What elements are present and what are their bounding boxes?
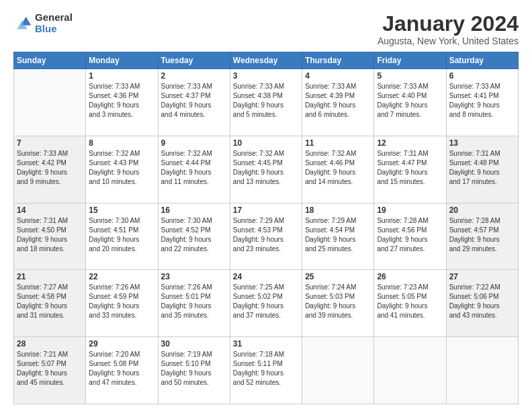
calendar-cell: 5Sunrise: 7:33 AM Sunset: 4:40 PM Daylig… xyxy=(374,69,446,136)
calendar-header-tuesday: Tuesday xyxy=(158,52,230,69)
calendar-cell xyxy=(374,337,446,404)
day-info: Sunrise: 7:24 AM Sunset: 5:03 PM Dayligh… xyxy=(305,283,371,320)
day-info: Sunrise: 7:19 AM Sunset: 5:10 PM Dayligh… xyxy=(161,350,227,387)
day-info: Sunrise: 7:32 AM Sunset: 4:45 PM Dayligh… xyxy=(233,149,299,187)
calendar-header-sunday: Sunday xyxy=(14,52,86,69)
calendar-cell xyxy=(302,337,374,404)
calendar-cell: 9Sunrise: 7:32 AM Sunset: 4:44 PM Daylig… xyxy=(158,136,230,203)
day-number: 17 xyxy=(233,205,299,215)
calendar-title: January 2024 xyxy=(378,12,519,36)
day-number: 24 xyxy=(233,272,299,281)
calendar-row-0: 1Sunrise: 7:33 AM Sunset: 4:36 PM Daylig… xyxy=(14,69,519,136)
day-info: Sunrise: 7:30 AM Sunset: 4:51 PM Dayligh… xyxy=(89,216,154,254)
day-info: Sunrise: 7:30 AM Sunset: 4:52 PM Dayligh… xyxy=(161,216,227,254)
day-number: 26 xyxy=(377,272,443,281)
day-number: 6 xyxy=(449,71,515,81)
calendar-cell: 12Sunrise: 7:31 AM Sunset: 4:47 PM Dayli… xyxy=(374,136,446,203)
logo-blue: Blue xyxy=(35,24,73,35)
calendar-row-4: 28Sunrise: 7:21 AM Sunset: 5:07 PM Dayli… xyxy=(14,337,519,404)
day-info: Sunrise: 7:33 AM Sunset: 4:39 PM Dayligh… xyxy=(305,82,371,120)
calendar-header-row: SundayMondayTuesdayWednesdayThursdayFrid… xyxy=(14,52,519,69)
day-number: 14 xyxy=(17,205,83,215)
calendar-cell: 1Sunrise: 7:33 AM Sunset: 4:36 PM Daylig… xyxy=(86,69,158,136)
calendar-cell: 26Sunrise: 7:23 AM Sunset: 5:05 PM Dayli… xyxy=(374,270,446,337)
calendar-cell: 19Sunrise: 7:28 AM Sunset: 4:56 PM Dayli… xyxy=(374,203,446,270)
day-info: Sunrise: 7:33 AM Sunset: 4:42 PM Dayligh… xyxy=(17,149,83,187)
logo-text: General Blue xyxy=(35,12,73,34)
day-info: Sunrise: 7:33 AM Sunset: 4:38 PM Dayligh… xyxy=(233,82,299,120)
calendar-header-wednesday: Wednesday xyxy=(230,52,302,69)
day-number: 10 xyxy=(233,138,299,148)
header: General Blue January 2024 Augusta, New Y… xyxy=(13,12,519,46)
day-number: 19 xyxy=(377,205,443,215)
day-number: 21 xyxy=(17,272,83,281)
calendar-cell: 23Sunrise: 7:26 AM Sunset: 5:01 PM Dayli… xyxy=(158,270,230,337)
day-number: 31 xyxy=(233,339,299,349)
day-info: Sunrise: 7:28 AM Sunset: 4:57 PM Dayligh… xyxy=(449,216,515,254)
day-info: Sunrise: 7:31 AM Sunset: 4:47 PM Dayligh… xyxy=(377,149,443,187)
calendar-header-thursday: Thursday xyxy=(302,52,374,69)
calendar-cell: 4Sunrise: 7:33 AM Sunset: 4:39 PM Daylig… xyxy=(302,69,374,136)
calendar-cell: 8Sunrise: 7:32 AM Sunset: 4:43 PM Daylig… xyxy=(86,136,158,203)
calendar-cell: 22Sunrise: 7:26 AM Sunset: 4:59 PM Dayli… xyxy=(86,270,158,337)
calendar-cell: 30Sunrise: 7:19 AM Sunset: 5:10 PM Dayli… xyxy=(158,337,230,404)
calendar-header-saturday: Saturday xyxy=(446,52,518,69)
calendar-header-monday: Monday xyxy=(86,52,158,69)
calendar-cell: 31Sunrise: 7:18 AM Sunset: 5:11 PM Dayli… xyxy=(230,337,302,404)
calendar-cell: 3Sunrise: 7:33 AM Sunset: 4:38 PM Daylig… xyxy=(230,69,302,136)
calendar-cell: 29Sunrise: 7:20 AM Sunset: 5:08 PM Dayli… xyxy=(86,337,158,404)
calendar-subtitle: Augusta, New York, United States xyxy=(378,36,519,46)
day-number: 4 xyxy=(305,71,371,81)
day-info: Sunrise: 7:31 AM Sunset: 4:48 PM Dayligh… xyxy=(449,149,515,187)
logo: General Blue xyxy=(13,12,73,34)
day-info: Sunrise: 7:28 AM Sunset: 4:56 PM Dayligh… xyxy=(377,216,443,254)
day-info: Sunrise: 7:26 AM Sunset: 5:01 PM Dayligh… xyxy=(161,283,227,320)
day-info: Sunrise: 7:33 AM Sunset: 4:41 PM Dayligh… xyxy=(449,82,515,120)
calendar-cell: 7Sunrise: 7:33 AM Sunset: 4:42 PM Daylig… xyxy=(14,136,86,203)
calendar-cell: 21Sunrise: 7:27 AM Sunset: 4:58 PM Dayli… xyxy=(14,270,86,337)
day-number: 29 xyxy=(89,339,154,349)
day-number: 1 xyxy=(89,71,154,81)
day-number: 23 xyxy=(161,272,227,281)
calendar-cell: 16Sunrise: 7:30 AM Sunset: 4:52 PM Dayli… xyxy=(158,203,230,270)
calendar-cell: 13Sunrise: 7:31 AM Sunset: 4:48 PM Dayli… xyxy=(446,136,518,203)
logo-icon xyxy=(13,14,32,33)
day-number: 8 xyxy=(89,138,154,148)
day-info: Sunrise: 7:32 AM Sunset: 4:46 PM Dayligh… xyxy=(305,149,371,187)
calendar-table: SundayMondayTuesdayWednesdayThursdayFrid… xyxy=(13,52,519,404)
day-info: Sunrise: 7:32 AM Sunset: 4:43 PM Dayligh… xyxy=(89,149,154,187)
day-info: Sunrise: 7:29 AM Sunset: 4:53 PM Dayligh… xyxy=(233,216,299,254)
calendar-cell: 18Sunrise: 7:29 AM Sunset: 4:54 PM Dayli… xyxy=(302,203,374,270)
day-info: Sunrise: 7:29 AM Sunset: 4:54 PM Dayligh… xyxy=(305,216,371,254)
page: General Blue January 2024 Augusta, New Y… xyxy=(0,0,532,411)
calendar-row-1: 7Sunrise: 7:33 AM Sunset: 4:42 PM Daylig… xyxy=(14,136,519,203)
day-info: Sunrise: 7:33 AM Sunset: 4:36 PM Dayligh… xyxy=(89,82,154,120)
day-info: Sunrise: 7:26 AM Sunset: 4:59 PM Dayligh… xyxy=(89,283,154,320)
day-info: Sunrise: 7:33 AM Sunset: 4:37 PM Dayligh… xyxy=(161,82,227,120)
calendar-cell: 14Sunrise: 7:31 AM Sunset: 4:50 PM Dayli… xyxy=(14,203,86,270)
calendar-cell: 6Sunrise: 7:33 AM Sunset: 4:41 PM Daylig… xyxy=(446,69,518,136)
day-number: 7 xyxy=(17,138,83,148)
day-number: 27 xyxy=(449,272,515,281)
calendar-cell: 20Sunrise: 7:28 AM Sunset: 4:57 PM Dayli… xyxy=(446,203,518,270)
calendar-cell: 27Sunrise: 7:22 AM Sunset: 5:06 PM Dayli… xyxy=(446,270,518,337)
day-number: 22 xyxy=(89,272,154,281)
calendar-cell: 17Sunrise: 7:29 AM Sunset: 4:53 PM Dayli… xyxy=(230,203,302,270)
day-number: 18 xyxy=(305,205,371,215)
calendar-cell xyxy=(14,69,86,136)
day-info: Sunrise: 7:21 AM Sunset: 5:07 PM Dayligh… xyxy=(17,350,83,387)
calendar-header-friday: Friday xyxy=(374,52,446,69)
logo-general: General xyxy=(35,12,73,24)
day-number: 13 xyxy=(449,138,515,148)
calendar-cell: 24Sunrise: 7:25 AM Sunset: 5:02 PM Dayli… xyxy=(230,270,302,337)
day-info: Sunrise: 7:23 AM Sunset: 5:05 PM Dayligh… xyxy=(377,283,443,320)
day-number: 25 xyxy=(305,272,371,281)
day-number: 9 xyxy=(161,138,227,148)
day-info: Sunrise: 7:33 AM Sunset: 4:40 PM Dayligh… xyxy=(377,82,443,120)
calendar-row-2: 14Sunrise: 7:31 AM Sunset: 4:50 PM Dayli… xyxy=(14,203,519,270)
day-number: 5 xyxy=(377,71,443,81)
day-info: Sunrise: 7:27 AM Sunset: 4:58 PM Dayligh… xyxy=(17,283,83,320)
day-info: Sunrise: 7:32 AM Sunset: 4:44 PM Dayligh… xyxy=(161,149,227,187)
day-number: 16 xyxy=(161,205,227,215)
calendar-cell xyxy=(446,337,518,404)
